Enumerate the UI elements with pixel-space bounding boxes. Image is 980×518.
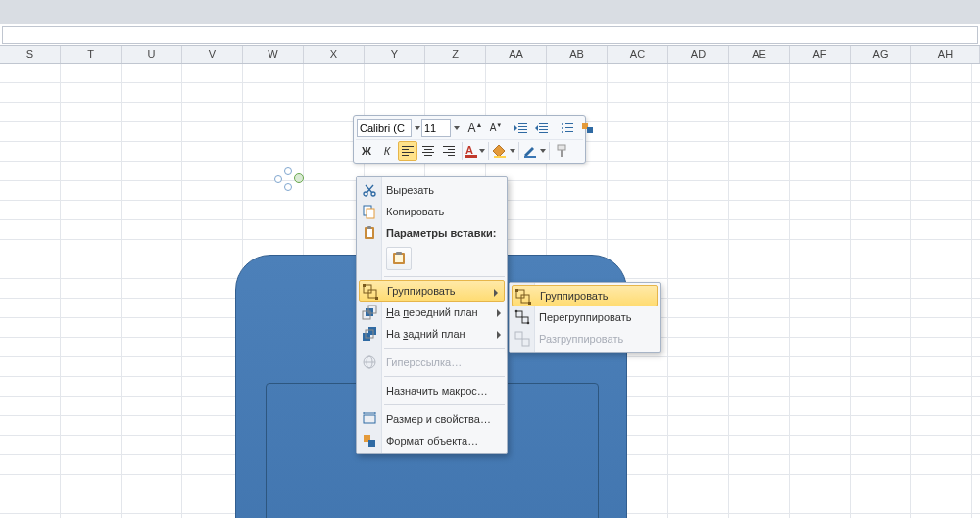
align-right-button[interactable] (439, 141, 459, 161)
svg-rect-65 (368, 440, 375, 447)
menu-label: На задний план (386, 328, 466, 340)
svg-rect-21 (402, 155, 409, 156)
increase-indent-button[interactable] (532, 118, 552, 138)
col-header[interactable]: Y (365, 46, 425, 63)
col-header[interactable]: AD (668, 46, 729, 63)
menu-bring-front[interactable]: На передний план (357, 302, 507, 323)
svg-rect-0 (518, 123, 527, 124)
formula-input[interactable] (2, 26, 978, 44)
col-header[interactable]: T (61, 46, 122, 63)
svg-rect-5 (539, 123, 548, 124)
svg-rect-42 (367, 229, 372, 237)
menu-label: Размер и свойства… (386, 413, 491, 425)
copy-icon (362, 204, 377, 219)
outline-color-button[interactable] (522, 141, 546, 161)
decrease-indent-button[interactable] (512, 118, 531, 138)
font-size-select[interactable] (421, 119, 451, 137)
svg-rect-48 (368, 290, 376, 298)
col-header[interactable]: AH (911, 46, 980, 63)
clipboard-icon (362, 225, 377, 241)
format-painter-button[interactable] (553, 141, 572, 161)
submenu-group[interactable]: Группировать (512, 285, 658, 306)
menu-format-object[interactable]: Формат объекта… (357, 430, 507, 451)
grow-font-button[interactable]: A▲ (466, 118, 485, 138)
menu-label: Формат объекта… (386, 435, 478, 447)
group-icon (363, 284, 378, 300)
svg-rect-75 (522, 339, 529, 346)
svg-rect-34 (561, 150, 563, 157)
svg-rect-49 (363, 284, 366, 287)
submenu-regroup[interactable]: Перегруппировать (510, 306, 660, 328)
col-header[interactable]: AB (547, 46, 608, 63)
bullets-button[interactable] (558, 118, 577, 138)
separator (518, 142, 519, 160)
menu-label: Копировать (386, 206, 444, 217)
col-header[interactable]: AA (486, 46, 547, 63)
resize-handle[interactable] (274, 175, 282, 183)
col-header[interactable]: Z (425, 46, 486, 63)
svg-rect-40 (367, 209, 374, 218)
column-headers: S T U V W X Y Z AA AB AC AD AE AF AG AH (0, 46, 980, 64)
align-left-button[interactable] (398, 141, 417, 161)
svg-point-72 (515, 310, 518, 313)
menu-copy[interactable]: Копировать (357, 201, 507, 222)
svg-rect-33 (558, 145, 565, 150)
col-header[interactable]: V (182, 46, 243, 63)
col-header[interactable]: AC (608, 46, 668, 63)
svg-rect-24 (422, 152, 434, 153)
worksheet-grid[interactable]: A▲ A▼ Ж К (0, 64, 980, 518)
align-center-button[interactable] (418, 141, 438, 161)
col-header[interactable]: AG (851, 46, 911, 63)
bold-button[interactable]: Ж (357, 141, 376, 161)
format-icon (362, 433, 377, 448)
separator (462, 142, 463, 160)
col-header[interactable]: U (122, 46, 182, 63)
fill-color-button[interactable] (492, 141, 515, 161)
submenu-arrow-icon (497, 331, 501, 339)
menu-send-back[interactable]: На задний план (357, 323, 507, 345)
regroup-icon (514, 309, 530, 325)
font-name-select[interactable] (357, 119, 412, 137)
chevron-down-icon[interactable] (454, 126, 460, 130)
col-header[interactable]: W (243, 46, 304, 63)
svg-rect-2 (518, 129, 527, 130)
italic-button[interactable]: К (377, 141, 397, 161)
paste-default-button[interactable] (386, 247, 412, 270)
svg-rect-27 (448, 149, 455, 150)
svg-rect-1 (518, 126, 527, 127)
menu-label: Вырезать (386, 184, 434, 196)
col-header[interactable]: S (0, 46, 61, 63)
col-header[interactable]: AE (729, 46, 790, 63)
svg-rect-28 (443, 152, 455, 153)
menu-cut[interactable]: Вырезать (357, 179, 507, 201)
svg-point-73 (527, 322, 530, 325)
svg-rect-7 (539, 129, 548, 130)
svg-rect-15 (565, 131, 573, 132)
col-header[interactable]: X (304, 46, 365, 63)
chevron-down-icon[interactable] (479, 149, 485, 153)
group-submenu: Группировать Перегруппировать Разгруппир… (509, 282, 661, 353)
menu-size-props[interactable]: Размер и свойства… (357, 408, 507, 430)
shrink-font-button[interactable]: A▼ (486, 118, 506, 138)
chevron-down-icon[interactable] (510, 149, 515, 153)
menu-assign-macro[interactable]: Назначить макрос… (357, 380, 507, 401)
menu-label: Назначить макрос… (386, 385, 488, 397)
svg-rect-60 (364, 415, 375, 423)
svg-rect-32 (524, 156, 536, 158)
svg-rect-11 (565, 123, 573, 124)
svg-rect-51 (366, 308, 373, 316)
menu-group[interactable]: Группировать (359, 280, 505, 302)
chevron-down-icon[interactable] (415, 126, 420, 130)
menu-label: Группировать (387, 285, 456, 297)
svg-rect-20 (402, 152, 414, 153)
resize-handle[interactable] (284, 183, 292, 191)
col-header[interactable]: AF (790, 46, 851, 63)
font-color-button[interactable]: A (466, 141, 485, 161)
menu-label: Параметры вставки: (386, 227, 496, 239)
scissors-icon (362, 182, 377, 198)
styles-button[interactable] (578, 118, 598, 138)
chevron-down-icon[interactable] (540, 149, 546, 153)
menu-label: Разгруппировать (539, 333, 623, 345)
rotate-handle[interactable] (294, 173, 304, 183)
resize-handle[interactable] (284, 167, 292, 175)
